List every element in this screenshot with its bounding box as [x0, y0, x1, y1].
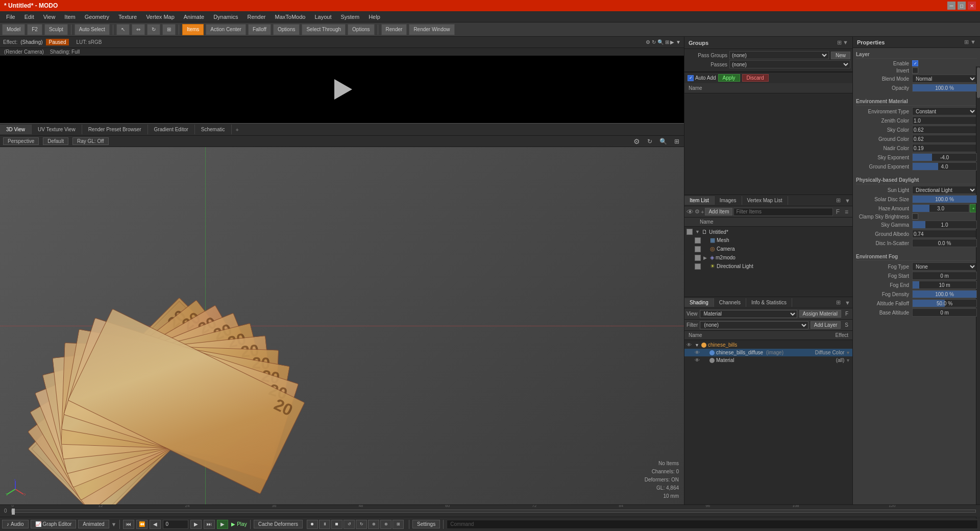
- transform-scale[interactable]: ⇔: [132, 24, 145, 35]
- assign-material-button[interactable]: Assign Material: [799, 310, 841, 318]
- groups-collapse-icon[interactable]: ▼: [843, 39, 848, 46]
- auto-select-button[interactable]: Auto Select: [75, 24, 110, 35]
- item-add-icon[interactable]: +: [701, 209, 704, 215]
- shading-diffuse-eye-icon[interactable]: 👁: [695, 350, 700, 355]
- menu-render[interactable]: Render: [243, 13, 270, 21]
- fog-start-slider[interactable]: 0 m: [912, 272, 977, 280]
- env-type-select[interactable]: Constant: [912, 107, 977, 115]
- filter-select[interactable]: (none): [700, 321, 808, 329]
- perspective-pill[interactable]: Perspective: [3, 137, 39, 145]
- tab-3d-view[interactable]: 3D View: [0, 125, 32, 134]
- falloff-options-button[interactable]: Options: [273, 24, 300, 35]
- add-item-button[interactable]: Add Item: [705, 208, 732, 215]
- rec-btn-1[interactable]: ⏺: [307, 520, 318, 529]
- discard-button[interactable]: Discard: [742, 74, 769, 82]
- raygl-pill[interactable]: Ray GL: Off: [72, 137, 109, 145]
- tab-add[interactable]: +: [232, 125, 243, 135]
- menu-edit[interactable]: Edit: [20, 13, 38, 21]
- tree-item-untitled[interactable]: ▼ 🗋 Untitled*: [684, 228, 852, 236]
- tab-schematic[interactable]: Schematic: [195, 125, 232, 134]
- tab-item-list[interactable]: Item List: [684, 196, 715, 205]
- tab-gradient-editor[interactable]: Gradient Editor: [148, 125, 195, 134]
- nadir-r-input[interactable]: [912, 144, 980, 152]
- shading-group-toggle[interactable]: ▼: [695, 343, 700, 348]
- menu-layout[interactable]: Layout: [310, 13, 335, 21]
- menu-help[interactable]: Help: [364, 13, 384, 21]
- enable-check[interactable]: ✓: [912, 60, 918, 66]
- rec-btn-8[interactable]: ⊞: [393, 520, 404, 529]
- props-expand-icon[interactable]: ⊞: [964, 39, 969, 45]
- invert-check[interactable]: [912, 67, 918, 74]
- sun-light-select[interactable]: Directional Light: [912, 186, 977, 194]
- groups-expand-icon[interactable]: ⊞: [837, 39, 842, 46]
- view-select[interactable]: Material: [700, 310, 797, 318]
- vis-toggle-camera[interactable]: [695, 246, 701, 252]
- rec-btn-5[interactable]: ↻: [356, 520, 367, 529]
- command-area[interactable]: Command: [447, 520, 978, 529]
- tree-toggle-untitled[interactable]: ▼: [695, 229, 700, 234]
- transform-transform[interactable]: ⊞: [162, 24, 176, 35]
- shading-settings-icon[interactable]: ▼: [843, 299, 852, 307]
- menu-animate[interactable]: Animate: [180, 13, 208, 21]
- vis-toggle-mesh[interactable]: [695, 237, 701, 244]
- action-center-button[interactable]: Action Center: [206, 24, 246, 35]
- filter-items-input[interactable]: [733, 208, 832, 216]
- transport-next[interactable]: ▶: [190, 520, 202, 529]
- tab-shading[interactable]: Shading: [684, 298, 714, 307]
- rec-btn-2[interactable]: ⏸: [319, 520, 330, 529]
- haze-slider[interactable]: 3.0: [912, 204, 969, 212]
- f2-button[interactable]: F2: [27, 24, 42, 35]
- rec-btn-6[interactable]: ⊕: [368, 520, 379, 529]
- model-button[interactable]: Model: [2, 24, 25, 35]
- cache-deformers-button[interactable]: Cache Deformers: [254, 520, 303, 528]
- item-filter-icon[interactable]: F: [834, 208, 842, 215]
- albedo-r-input[interactable]: [912, 230, 980, 238]
- shading-diffuse-row[interactable]: 👁 ▶ chinese_bills_diffuse (image) Diffus…: [684, 349, 852, 356]
- transform-move[interactable]: ↖: [116, 24, 130, 35]
- tree-toggle-m2modo[interactable]: ▶: [703, 255, 708, 260]
- animated-dropdown-icon[interactable]: ▼: [111, 521, 117, 527]
- fog-density-slider[interactable]: 100.0 %: [912, 290, 977, 298]
- menu-view[interactable]: View: [39, 13, 60, 21]
- tree-item-camera[interactable]: ▶ ◎ Camera: [684, 245, 852, 253]
- sculpt-button[interactable]: Sculpt: [44, 24, 68, 35]
- sky-exp-slider[interactable]: -4.0: [912, 153, 977, 161]
- item-panel-expand[interactable]: ⊞: [834, 196, 843, 205]
- shading-material-effect-dropdown[interactable]: ▼: [846, 358, 850, 363]
- blend-mode-select[interactable]: Normal: [912, 75, 977, 83]
- tree-item-m2modo[interactable]: ▶ ◈ m2modo: [684, 253, 852, 262]
- falloff-button[interactable]: Falloff: [248, 24, 271, 35]
- menu-system[interactable]: System: [336, 13, 363, 21]
- shading-expand-icon[interactable]: ⊞: [834, 298, 843, 307]
- menu-item[interactable]: Item: [60, 13, 79, 21]
- animated-button[interactable]: Animated: [78, 520, 109, 528]
- rec-btn-7[interactable]: ⊗: [380, 520, 391, 529]
- tab-images[interactable]: Images: [715, 196, 742, 205]
- vis-toggle-untitled[interactable]: [687, 229, 693, 235]
- fog-end-slider[interactable]: 10 m: [912, 281, 977, 289]
- menu-file[interactable]: File: [2, 13, 19, 21]
- zenith-r-input[interactable]: [912, 116, 980, 125]
- props-settings-icon[interactable]: ▼: [970, 39, 976, 45]
- vis-toggle-dirlight[interactable]: [695, 263, 701, 270]
- shading-material-row[interactable]: 👁 ▶ Material (all) ▼: [684, 356, 852, 364]
- default-pill[interactable]: Default: [43, 137, 68, 145]
- shading-material-toggle[interactable]: ▶: [703, 358, 708, 363]
- menu-maxtomodo[interactable]: MaxToModo: [271, 13, 310, 21]
- select-through-button[interactable]: Select Through: [302, 24, 346, 35]
- minimize-button[interactable]: ─: [947, 2, 955, 10]
- clamp-sky-checkbox[interactable]: [912, 213, 918, 220]
- vis-toggle-m2modo[interactable]: [695, 255, 701, 261]
- transport-end[interactable]: ⏭: [204, 520, 215, 529]
- play-button[interactable]: ▶: [217, 520, 228, 529]
- maximize-button[interactable]: □: [958, 2, 966, 10]
- tree-toggle-mesh[interactable]: ▶: [703, 238, 708, 243]
- rec-btn-4[interactable]: ↺: [344, 520, 355, 529]
- transport-prev[interactable]: ⏪: [136, 520, 148, 529]
- timeline-bar[interactable]: 0 12 24 36 48 60 72 84 96 108 120: [11, 510, 976, 513]
- menu-dynamics[interactable]: Dynamics: [209, 13, 242, 21]
- solar-disc-slider[interactable]: 100.0 %: [912, 195, 977, 203]
- base-altitude-slider[interactable]: 0 m: [912, 308, 977, 317]
- scroll-thumb[interactable]: [977, 67, 980, 98]
- item-vis-icon-2[interactable]: ⚙: [695, 208, 700, 215]
